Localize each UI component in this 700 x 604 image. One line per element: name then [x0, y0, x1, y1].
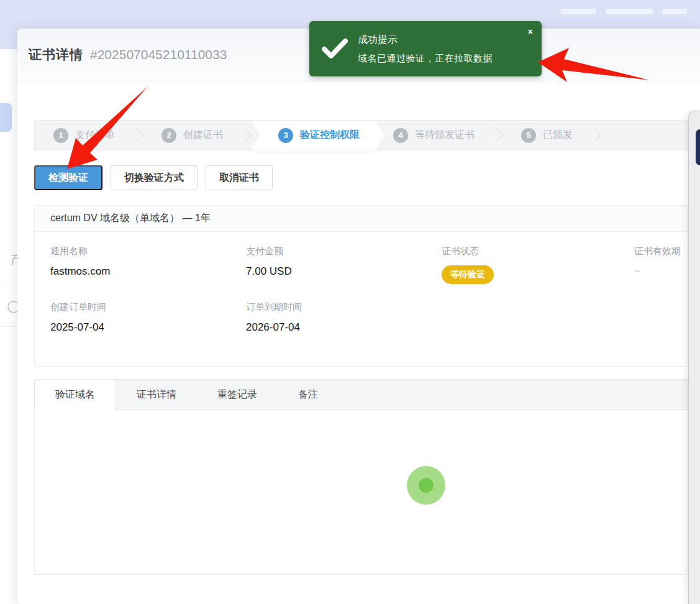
close-icon[interactable]: ×	[528, 27, 533, 36]
topbar-text-fragment	[560, 9, 596, 14]
tab-resign-record[interactable]: 重签记录	[197, 380, 278, 410]
field-value: 2025-07-04	[50, 321, 246, 334]
field-label: 通用名称	[50, 245, 246, 257]
certificate-detail-modal: 证书详情 #202507045210110033 1 支付订单 2 创建证书 3…	[17, 29, 700, 604]
topbar-text-fragment	[662, 9, 687, 14]
field-common-name: 通用名称 fastmos.com	[50, 245, 246, 284]
loading-spinner	[407, 466, 445, 505]
toast-title: 成功提示	[358, 34, 493, 47]
tab-cert-detail[interactable]: 证书详情	[116, 380, 197, 410]
chevron-right-icon	[588, 129, 601, 142]
background-divider	[0, 283, 17, 283]
toast-message: 域名已通过验证，正在拉取数据	[358, 53, 493, 65]
field-validity: 证书有效期 ~	[634, 245, 681, 284]
step-verify-control: 3 验证控制权限	[251, 121, 384, 150]
detail-tabs: 验证域名 证书详情 重签记录 备注	[34, 379, 688, 410]
side-drawer-fragment	[688, 111, 700, 604]
switch-validation-method-button[interactable]: 切换验证方式	[111, 165, 198, 190]
step-pay-order: 1 支付订单	[35, 121, 131, 150]
status-badge: 等待验证	[442, 265, 494, 284]
order-id: #202507045210110033	[90, 47, 227, 62]
field-status: 证书状态 等待验证	[442, 245, 634, 284]
field-value: 7.00 USD	[246, 265, 442, 278]
progress-steps: 1 支付订单 2 创建证书 3 验证控制权限 4 等待颁发证书 5 已颁发	[34, 120, 688, 150]
action-button-row: 检测验证 切换验证方式 取消证书	[34, 165, 273, 190]
step-label: 验证控制权限	[300, 129, 360, 142]
tab-remark[interactable]: 备注	[278, 380, 339, 410]
step-number-badge: 3	[278, 128, 293, 143]
product-title: certum DV 域名级（单域名） — 1年	[35, 206, 688, 232]
step-label: 等待颁发证书	[415, 129, 475, 142]
field-value: 2026-07-04	[246, 321, 442, 334]
success-toast: 成功提示 域名已通过验证，正在拉取数据 ×	[309, 21, 542, 76]
loading-spinner-core	[419, 478, 434, 493]
step-label: 创建证书	[183, 129, 223, 142]
step-label: 已颁发	[543, 129, 573, 142]
field-created-time: 创建订单时间 2025-07-04	[50, 301, 246, 334]
drawer-button-fragment	[696, 129, 700, 165]
tab-verify-domain[interactable]: 验证域名	[35, 380, 116, 410]
toast-body: 成功提示 域名已通过验证，正在拉取数据	[358, 34, 493, 65]
step-await-issue: 4 等待颁发证书	[384, 121, 491, 150]
field-expire-time: 订单到期时间 2026-07-04	[246, 301, 442, 334]
field-value: fastmos.com	[50, 265, 246, 278]
step-label: 支付订单	[75, 129, 115, 142]
step-number-badge: 5	[521, 128, 536, 143]
step-number-badge: 2	[161, 128, 176, 143]
tab-content-panel	[34, 410, 688, 575]
modal-title: 证书详情	[29, 46, 83, 63]
certificate-info-box: certum DV 域名级（单域名） — 1年 通用名称 fastmos.com…	[34, 205, 688, 367]
check-validation-button[interactable]: 检测验证	[34, 165, 102, 190]
background-button-fragment	[0, 103, 12, 132]
field-label: 支付金额	[246, 245, 442, 257]
step-create-cert: 2 创建证书	[143, 121, 239, 150]
step-number-badge: 1	[53, 128, 68, 143]
step-number-badge: 4	[393, 128, 408, 143]
field-amount: 支付金额 7.00 USD	[246, 245, 442, 284]
cancel-certificate-button[interactable]: 取消证书	[206, 165, 273, 190]
field-label: 证书有效期	[634, 245, 681, 257]
chevron-right-icon	[490, 129, 503, 142]
chevron-right-icon	[239, 129, 252, 142]
field-value: ~	[634, 265, 681, 278]
check-icon	[322, 39, 349, 60]
background-divider	[0, 326, 17, 327]
chevron-right-icon	[130, 129, 143, 142]
certificate-fields: 通用名称 fastmos.com 支付金额 7.00 USD 证书状态 等待验证…	[35, 232, 688, 334]
field-label: 订单到期时间	[246, 301, 442, 313]
topbar-text-fragment	[606, 9, 653, 14]
field-label: 创建订单时间	[50, 301, 246, 313]
step-issued: 5 已颁发	[502, 121, 589, 150]
field-label: 证书状态	[442, 245, 634, 257]
